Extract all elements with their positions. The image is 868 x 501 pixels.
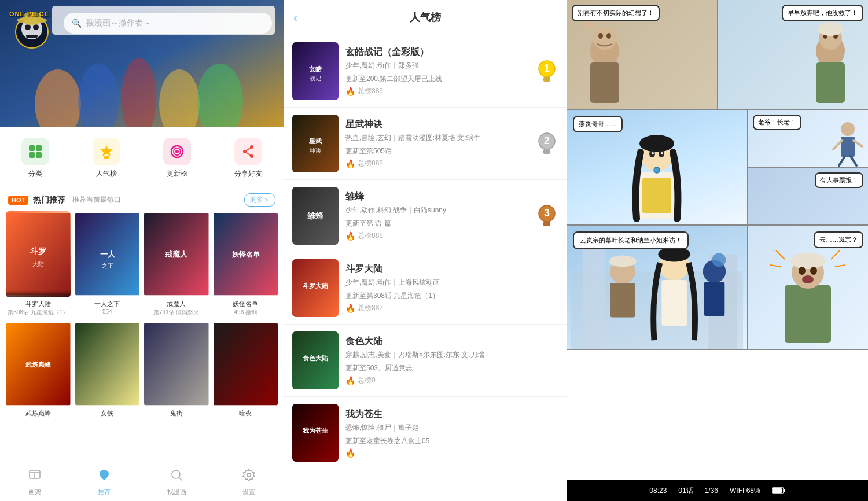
svg-point-105 [658, 247, 690, 262]
rank-item-4[interactable]: 食色大陆 食色大陆 穿越,励志,美食｜刀瑞斯×尔东图:尔东 文:刀瑞 更新至50… [284, 325, 567, 397]
comic-row-2: 燕炎哥哥…… 老爷！长老！ [567, 110, 868, 226]
svg-rect-14 [29, 145, 35, 151]
svg-text:3: 3 [544, 207, 550, 219]
fire-icon-1: 🔥 [345, 159, 355, 168]
rank-total-row-3: 🔥 总榜887 [345, 303, 528, 313]
rank-tags-0: 少年,魔幻,动作｜郑多强 [345, 61, 528, 71]
rank-info-4: 食色大陆 穿越,励志,美食｜刀瑞斯×尔东图:尔东 文:刀瑞 更新至503、厨道意… [345, 336, 528, 385]
svg-text:斗罗: 斗罗 [30, 246, 46, 256]
svg-rect-59 [543, 149, 550, 154]
svg-point-89 [652, 152, 654, 154]
rank-item-1[interactable]: 星武神诀 星武神诀 热血,冒险,玄幻｜踏雪动漫图:林夏培 文:蜗牛 更新至第50… [284, 108, 567, 180]
comic-panel-1a: 别再有不切实际的幻想了！ [567, 0, 718, 109]
rank-item-5[interactable]: 我为苍生 我为苍生 恐怖,惊险,僵尸｜瘾子赵 更新至老童长卷之八食士05 🔥 [284, 397, 567, 469]
svg-rect-17 [36, 152, 42, 158]
rank-update-3: 更新至第308话 九星海危（1） [345, 291, 528, 301]
speech-bubble-3a: 云岚宗的幕叶长老和纳兰小姐来访！ [573, 231, 689, 249]
manga-card-0-sub: 第308话 九星海危（1） [6, 308, 71, 316]
rank-update-2: 更新至第 语 篇 [345, 219, 528, 229]
nav-renqibang[interactable]: 人气榜 [93, 138, 120, 179]
speech-bubble-1b: 早早放弃吧，他没救了！ [782, 5, 863, 21]
status-wifi: WIFI 68% [730, 487, 760, 495]
rank-name-2: 雏蜂 [345, 191, 528, 203]
manga-thumb-0: 斗罗大陆 [6, 211, 71, 297]
more-button[interactable]: 更多＞ [244, 193, 275, 207]
manga-card-4[interactable]: 武炼巅峰 武炼巅峰 [6, 321, 71, 418]
svg-text:战记: 战记 [310, 75, 321, 82]
rank-name-3: 斗罗大陆 [345, 263, 528, 275]
manga-card-6[interactable]: 鬼街 [144, 321, 209, 418]
renqibang-icon [93, 138, 120, 165]
comic-panel-3a: 云岚宗的幕叶长老和纳兰小姐来访！ [567, 226, 748, 349]
rank-total-4: 总榜0 [358, 375, 376, 385]
nav-fenlei[interactable]: 分类 [21, 138, 49, 179]
svg-text:武炼巅峰: 武炼巅峰 [25, 361, 52, 368]
svg-line-117 [770, 265, 781, 267]
speech-bubble-2c: 有大事票报！ [815, 172, 863, 188]
search-icon: 🔍 [72, 19, 82, 28]
manga-card-1[interactable]: 一人之下 一人之下 554 [75, 211, 140, 316]
svg-rect-103 [610, 283, 635, 317]
nav-renqibang-label: 人气榜 [96, 169, 117, 179]
manga-card-7[interactable]: 暗夜 [214, 321, 278, 418]
bottom-nav-find[interactable]: 找漫画 [167, 468, 186, 496]
rank-item-0[interactable]: 玄皓战记 玄皓战记（全彩版） 少年,魔幻,动作｜郑多强 更新至200.第二部望天… [284, 35, 567, 108]
rank-item-3[interactable]: 斗罗大陆 斗罗大陆 少年,魔幻,动作｜上海风炫动画 更新至第308话 九星海危（… [284, 252, 567, 325]
rank-item-2[interactable]: 雏蜂 雏蜂 少年,动作,科幻,战争｜白猫sunny 更新至第 语 篇 🔥 总榜8… [284, 180, 567, 252]
svg-point-114 [810, 267, 817, 275]
bottom-nav-bookshelf[interactable]: 画架 [28, 468, 42, 496]
svg-text:1: 1 [544, 62, 550, 74]
svg-rect-84 [642, 178, 671, 213]
manga-card-3[interactable]: 妖怪名单 妖怪名单 496.撤剑 [214, 211, 278, 316]
comic-row-1: 别再有不切实际的幻想了！ 早早放弃吧，他没救了！ [567, 0, 868, 110]
bottom-nav-settings[interactable]: 设置 [242, 468, 256, 496]
rank-title: 人气榜 [410, 10, 441, 24]
svg-line-118 [831, 250, 840, 259]
status-page: 1/36 [705, 487, 718, 495]
rank-update-4: 更新至503、厨道意志 [345, 363, 528, 373]
rank-badge-0: 1 [535, 60, 558, 83]
search-input-placeholder: 搜漫画～撒作者～ [86, 18, 151, 28]
bottom-nav-settings-label: 设置 [242, 488, 255, 496]
rank-total-0: 总榜889 [358, 86, 383, 96]
svg-point-76 [586, 20, 595, 30]
hot-section: HOT 热门推荐 推荐当前最热口 更多＞ 斗罗大陆 斗罗大陆 第308话 九星海… [0, 186, 284, 463]
manga-card-0-overlay [6, 290, 71, 297]
svg-rect-108 [704, 282, 725, 316]
rank-badge-4 [535, 349, 558, 372]
back-button[interactable]: ‹ [293, 11, 297, 24]
rank-name-1: 星武神诀 [345, 119, 528, 131]
rank-name-5: 我为苍生 [345, 408, 528, 421]
svg-text:之下: 之下 [101, 263, 113, 269]
bottom-nav-recommend[interactable]: 推荐 [97, 468, 111, 496]
manga-card-7-name: 暗夜 [214, 409, 278, 418]
svg-text:雏蜂: 雏蜂 [307, 211, 324, 220]
svg-rect-16 [29, 152, 35, 158]
fire-icon-5: 🔥 [345, 448, 355, 458]
status-time: 08:23 [649, 487, 667, 495]
manga-card-1-name: 一人之下 [75, 300, 140, 308]
search-bar[interactable]: 🔍 搜漫画～撒作者～ [64, 13, 272, 34]
rank-badge-1: 2 [535, 132, 558, 155]
manga-card-2[interactable]: 戒魔人 戒魔人 第791话 倾泻怒火 [144, 211, 209, 316]
rank-thumb-0: 玄皓战记 [292, 42, 339, 100]
rank-total-row-5: 🔥 [345, 448, 528, 458]
svg-rect-75 [590, 62, 619, 103]
gengxinbang-icon [163, 138, 191, 165]
manga-card-0[interactable]: 斗罗大陆 斗罗大陆 第308话 九星海危（1） [6, 211, 71, 316]
svg-rect-10 [26, 35, 38, 38]
svg-line-95 [854, 141, 862, 146]
svg-rect-99 [583, 249, 606, 349]
nav-gengxinbang[interactable]: 更新榜 [163, 138, 191, 179]
svg-line-26 [245, 152, 252, 156]
rank-info-0: 玄皓战记（全彩版） 少年,魔幻,动作｜郑多强 更新至200.第二部望天屠已上线 … [345, 46, 528, 96]
status-episode: 01话 [678, 486, 693, 496]
rank-tags-4: 穿越,励志,美食｜刀瑞斯×尔东图:尔东 文:刀瑞 [345, 350, 528, 360]
rank-thumb-2: 雏蜂 [292, 187, 339, 245]
manga-card-5[interactable]: 女侠 [75, 321, 140, 418]
rank-update-5: 更新至老童长卷之八食士05 [345, 436, 528, 446]
manga-pages[interactable]: 别再有不切实际的幻想了！ 早早放弃吧，他没救了！ [567, 0, 868, 480]
middle-panel: ‹ 人气榜 玄皓战记 玄皓战记（全彩版） 少年,魔幻,动作｜郑多强 更新至200… [284, 0, 567, 501]
nav-share[interactable]: 分享好友 [234, 138, 262, 179]
speech-bubble-3b: 云……岚宗？ [814, 231, 863, 248]
